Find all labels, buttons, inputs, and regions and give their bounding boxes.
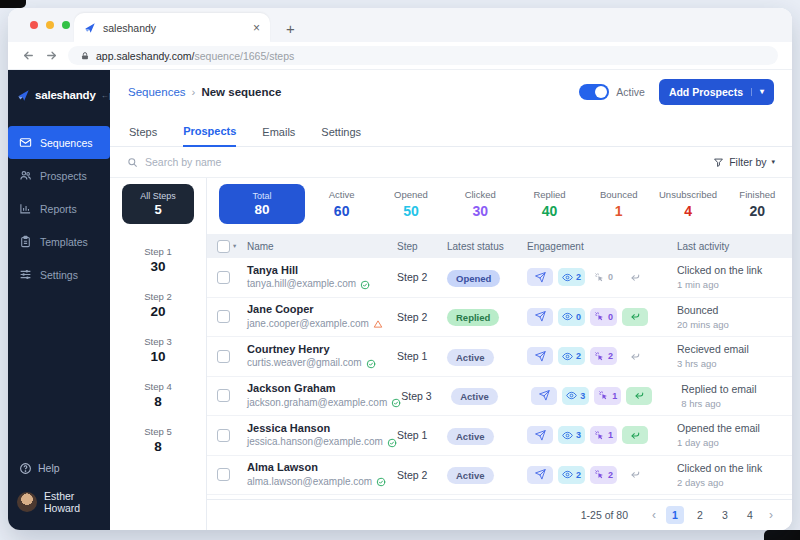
opens-count: 2	[576, 351, 581, 361]
user-menu[interactable]: Esther Howard	[8, 486, 110, 518]
metric-clicked[interactable]: Clicked 30	[446, 189, 515, 219]
sidebar-item-help[interactable]: Help	[8, 454, 110, 482]
new-tab-button[interactable]: +	[286, 21, 295, 36]
sidebar-item-templates[interactable]: Templates	[8, 225, 110, 258]
opens-count: 3	[576, 430, 581, 440]
saleshandy-logo-icon	[17, 89, 30, 102]
active-toggle[interactable]	[579, 84, 609, 100]
metric-unsubscribed[interactable]: Unsubscribed 4	[653, 189, 722, 219]
page-number[interactable]: 4	[741, 506, 759, 524]
step-rail-value: 20	[110, 304, 206, 319]
column-header-latest-status[interactable]: Latest status	[447, 241, 527, 252]
reply-icon	[622, 347, 648, 365]
column-header-last-activity[interactable]: Last activity	[677, 241, 792, 252]
minimize-window-button[interactable]	[46, 21, 54, 29]
status-badge: Active	[447, 428, 494, 445]
status-badge: Active	[451, 388, 498, 405]
sidebar-item-reports[interactable]: Reports	[8, 192, 110, 225]
prospect-email: alma.lawson@example.com	[247, 476, 372, 489]
column-header-name[interactable]: Name	[247, 241, 397, 252]
tab-settings[interactable]: Settings	[321, 126, 361, 146]
forward-icon[interactable]	[45, 49, 58, 62]
row-checkbox[interactable]	[217, 468, 230, 481]
previous-page-icon[interactable]: ‹	[649, 509, 659, 521]
table-row[interactable]: Jane Cooper jane.cooper@example.com Step…	[207, 298, 792, 338]
last-activity-time: 20 mins ago	[677, 319, 792, 330]
zoom-window-button[interactable]	[62, 21, 70, 29]
step-rail-item[interactable]: Step 2 20	[110, 283, 206, 328]
close-window-button[interactable]	[30, 21, 38, 29]
filter-by-button[interactable]: Filter by ▾	[713, 156, 775, 168]
row-checkbox[interactable]	[217, 350, 230, 363]
table-row[interactable]: Courtney Henry curtis.weaver@gmail.com S…	[207, 337, 792, 377]
address-bar[interactable]: app.saleshandy.com/sequence/1665/steps	[68, 46, 778, 65]
pagination-bar: 1-25 of 80 ‹ 1 2 3 4 ›	[207, 499, 792, 530]
opens-count-pill: 2	[558, 268, 585, 286]
sidebar-item-label: Templates	[40, 236, 88, 248]
row-checkbox[interactable]	[217, 429, 230, 442]
page-number[interactable]: 2	[691, 506, 709, 524]
search-input[interactable]: Search by name	[145, 156, 713, 168]
total-label: Total	[252, 191, 271, 201]
row-checkbox[interactable]	[217, 389, 230, 402]
url-host: app.saleshandy.com/	[96, 50, 194, 62]
page-number[interactable]: 1	[666, 506, 684, 524]
last-activity-text: Clicked on the link	[677, 264, 792, 278]
people-icon	[19, 169, 32, 182]
url-text: app.saleshandy.com/sequence/1665/steps	[96, 50, 294, 62]
page-numbers: 1 2 3 4	[666, 506, 759, 524]
tab-prospects[interactable]: Prospects	[183, 125, 236, 147]
table-row[interactable]: Jessica Hanson jessica.hanson@example.co…	[207, 416, 792, 456]
step-rail-item[interactable]: Step 3 10	[110, 328, 206, 373]
all-steps-label: All Steps	[140, 191, 176, 201]
clicks-count-pill: 1	[594, 387, 621, 405]
app-content: saleshandy ←| Sequences Prospects Report…	[8, 70, 792, 530]
add-prospects-button[interactable]: Add Prospects ▾	[659, 79, 774, 105]
tab-emails[interactable]: Emails	[262, 126, 295, 146]
total-chip[interactable]: Total 80	[219, 184, 305, 224]
status-badge: Replied	[447, 309, 499, 326]
step-rail-item[interactable]: Step 4 8	[110, 373, 206, 418]
status-badge: Active	[447, 467, 494, 484]
prospect-step: Step 1	[397, 350, 447, 362]
select-all-caret-icon[interactable]: ▾	[233, 242, 236, 250]
metric-label: Replied	[515, 189, 584, 200]
next-page-icon[interactable]: ›	[766, 509, 776, 521]
last-activity-time: 1 day ago	[677, 437, 792, 448]
back-icon[interactable]	[22, 49, 35, 62]
all-steps-chip[interactable]: All Steps 5	[122, 184, 194, 224]
sidebar-item-prospects[interactable]: Prospects	[8, 159, 110, 192]
sidebar-item-sequences[interactable]: Sequences	[8, 126, 110, 159]
column-header-engagement[interactable]: Engagement	[527, 241, 677, 252]
metric-bounced[interactable]: Bounced 1	[584, 189, 653, 219]
metric-opened[interactable]: Opened 50	[376, 189, 445, 219]
sidebar-item-settings[interactable]: Settings	[8, 258, 110, 291]
tab-title: saleshandy	[103, 22, 246, 34]
prospects-table: ▾ Name Step Latest status Engagement Las…	[207, 230, 792, 530]
row-checkbox[interactable]	[217, 271, 230, 284]
step-rail-item[interactable]: Step 5 8	[110, 418, 206, 463]
window-controls	[30, 21, 70, 29]
metric-value: 20	[723, 203, 792, 219]
column-header-step[interactable]: Step	[397, 241, 447, 252]
metric-finished[interactable]: Finished 20	[723, 189, 792, 219]
select-all-checkbox[interactable]	[217, 240, 230, 253]
tab-close-icon[interactable]: ×	[253, 22, 260, 34]
page-number[interactable]: 3	[716, 506, 734, 524]
sent-icon	[527, 347, 553, 365]
step-rail-label: Step 3	[110, 336, 206, 347]
table-row[interactable]: Tanya Hill tanya.hill@example.com Step 2…	[207, 258, 792, 298]
metric-replied[interactable]: Replied 40	[515, 189, 584, 219]
metric-active[interactable]: Active 60	[307, 189, 376, 219]
breadcrumb-sequences-link[interactable]: Sequences	[128, 86, 186, 98]
table-row[interactable]: Jackson Graham jackson.graham@example.co…	[207, 377, 792, 417]
email-verified-icon	[391, 398, 401, 408]
opens-count-pill: 2	[558, 347, 585, 365]
table-row[interactable]: Alma Lawson alma.lawson@example.com Step…	[207, 456, 792, 496]
table-body: Tanya Hill tanya.hill@example.com Step 2…	[207, 258, 792, 530]
step-rail-item[interactable]: Step 1 30	[110, 238, 206, 283]
row-checkbox[interactable]	[217, 310, 230, 323]
browser-tab[interactable]: saleshandy ×	[74, 13, 270, 42]
opens-count: 2	[576, 470, 581, 480]
tab-steps[interactable]: Steps	[129, 126, 157, 146]
